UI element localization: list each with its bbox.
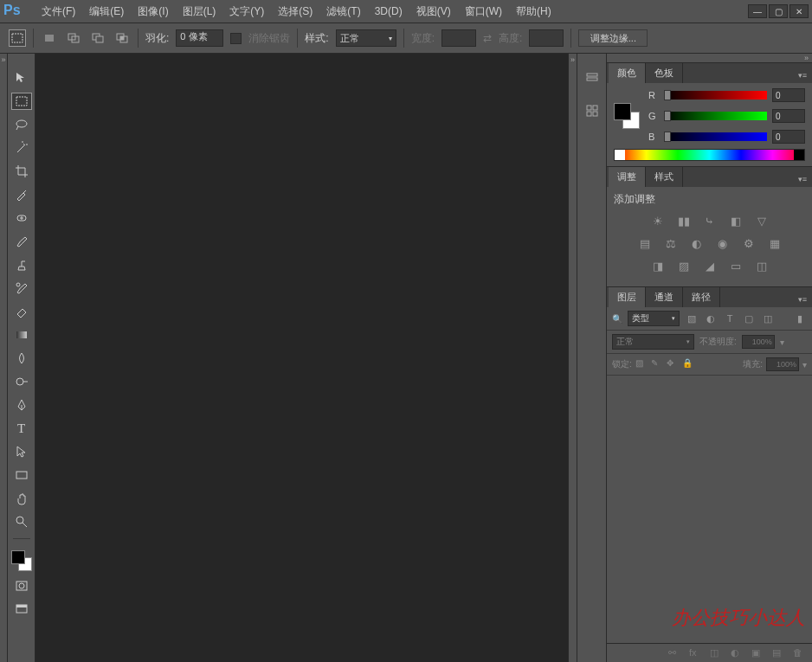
canvas-area[interactable]: [35, 54, 568, 662]
new-group-icon: ▣: [751, 647, 764, 659]
exposure-icon[interactable]: ◧: [728, 214, 744, 228]
intersect-selection-icon[interactable]: [113, 29, 131, 47]
tab-styles[interactable]: 样式: [646, 167, 683, 187]
feather-input[interactable]: 0 像素: [176, 29, 223, 47]
quick-mask-tool[interactable]: [11, 577, 32, 595]
layer-list[interactable]: 办公技巧小达人: [607, 376, 812, 643]
filter-adjust-icon[interactable]: ◐: [704, 312, 718, 325]
eyedropper-tool[interactable]: [11, 186, 32, 203]
posterize-icon[interactable]: ▨: [676, 259, 692, 273]
channel-mixer-icon[interactable]: ⚙: [741, 236, 757, 250]
gradient-tool[interactable]: [11, 326, 32, 344]
menu-help[interactable]: 帮助(H): [509, 2, 558, 22]
history-panel-icon[interactable]: [582, 69, 603, 87]
tab-paths[interactable]: 路径: [683, 287, 720, 307]
hue-sat-icon[interactable]: ▤: [637, 236, 653, 250]
color-panel-swatches[interactable]: [614, 103, 640, 129]
svg-rect-23: [587, 106, 591, 110]
history-brush-tool[interactable]: [11, 280, 32, 297]
blend-mode-select: 正常: [612, 334, 694, 350]
panel-menu-icon[interactable]: ▾≡: [793, 292, 812, 307]
close-button[interactable]: ✕: [789, 4, 809, 18]
tab-adjustments[interactable]: 调整: [609, 167, 646, 187]
tab-layers[interactable]: 图层: [609, 287, 646, 307]
eraser-tool[interactable]: [11, 303, 32, 320]
filter-type-icon[interactable]: T: [723, 312, 737, 325]
color-spectrum[interactable]: [614, 149, 805, 161]
screen-mode-tool[interactable]: [11, 601, 32, 618]
marquee-tool[interactable]: [11, 93, 32, 110]
crop-tool[interactable]: [11, 163, 32, 180]
new-selection-icon[interactable]: [41, 29, 58, 47]
menu-edit[interactable]: 编辑(E): [82, 2, 131, 22]
menu-3d[interactable]: 3D(D): [368, 3, 409, 20]
menu-view[interactable]: 视图(V): [409, 2, 458, 22]
menu-filter[interactable]: 滤镜(T): [319, 2, 367, 22]
filter-toggle-icon[interactable]: ▮: [793, 312, 807, 325]
curves-icon[interactable]: ⤷: [702, 214, 718, 228]
menu-image[interactable]: 图像(I): [131, 2, 175, 22]
brightness-icon[interactable]: ☀: [650, 214, 666, 228]
pen-tool[interactable]: [11, 396, 32, 414]
menu-window[interactable]: 窗口(W): [458, 2, 509, 22]
path-selection-tool[interactable]: [11, 443, 32, 460]
foreground-color[interactable]: [11, 550, 25, 564]
properties-panel-icon[interactable]: [582, 102, 603, 119]
vibrance-icon[interactable]: ▽: [754, 214, 770, 228]
app-logo: Ps: [3, 3, 26, 20]
color-balance-icon[interactable]: ⚖: [663, 236, 679, 250]
r-slider[interactable]: [664, 91, 767, 100]
refine-edge-button[interactable]: 调整边缘...: [578, 29, 648, 47]
invert-icon[interactable]: ◨: [650, 259, 666, 273]
dock-strip-mid[interactable]: [568, 54, 577, 662]
menu-type[interactable]: 文字(Y): [222, 2, 271, 22]
gradient-map-icon[interactable]: ▭: [728, 259, 744, 273]
subtract-selection-icon[interactable]: [89, 29, 106, 47]
bw-icon[interactable]: ◐: [689, 236, 705, 250]
levels-icon[interactable]: ▮▮: [676, 214, 692, 228]
healing-brush-tool[interactable]: [11, 209, 32, 227]
tool-preset-icon[interactable]: [9, 29, 26, 47]
minimize-button[interactable]: —: [748, 4, 767, 18]
zoom-tool[interactable]: [11, 513, 32, 530]
menu-layer[interactable]: 图层(L): [176, 2, 223, 22]
g-slider[interactable]: [664, 112, 767, 120]
maximize-button[interactable]: ▢: [769, 4, 788, 18]
color-swatches[interactable]: [11, 550, 32, 571]
clone-stamp-tool[interactable]: [11, 256, 32, 273]
filter-smart-icon[interactable]: ◫: [761, 312, 775, 325]
layer-kind-filter[interactable]: 类型: [628, 311, 680, 326]
blur-tool[interactable]: [11, 350, 32, 367]
color-lookup-icon[interactable]: ▦: [767, 236, 783, 250]
type-tool[interactable]: T: [11, 420, 32, 437]
dock-strip-right[interactable]: »: [607, 54, 812, 62]
panel-menu-icon[interactable]: ▾≡: [793, 171, 812, 187]
brush-tool[interactable]: [11, 233, 32, 250]
filter-shape-icon[interactable]: ▢: [742, 312, 756, 325]
tab-channels[interactable]: 通道: [646, 287, 683, 307]
g-value[interactable]: 0: [772, 109, 805, 123]
panel-menu-icon[interactable]: ▾≡: [793, 67, 812, 83]
move-tool[interactable]: [11, 69, 32, 87]
tab-swatches[interactable]: 色板: [646, 63, 683, 83]
photo-filter-icon[interactable]: ◉: [715, 236, 731, 250]
opacity-value: 100%: [742, 335, 775, 349]
threshold-icon[interactable]: ◢: [702, 259, 718, 273]
lasso-tool[interactable]: [11, 116, 32, 133]
filter-pixel-icon[interactable]: ▧: [685, 312, 699, 325]
menu-select[interactable]: 选择(S): [271, 2, 319, 22]
svg-rect-15: [16, 472, 27, 479]
menu-file[interactable]: 文件(F): [35, 2, 82, 22]
tab-color[interactable]: 颜色: [609, 63, 646, 83]
dodge-tool[interactable]: [11, 373, 32, 390]
rectangle-tool[interactable]: [11, 466, 32, 484]
style-select[interactable]: 正常: [336, 29, 396, 47]
b-value[interactable]: 0: [772, 130, 805, 144]
selective-color-icon[interactable]: ◫: [754, 259, 770, 273]
r-value[interactable]: 0: [772, 88, 805, 102]
dock-strip-left[interactable]: [0, 54, 8, 662]
add-selection-icon[interactable]: [65, 29, 82, 47]
b-slider[interactable]: [664, 132, 767, 141]
hand-tool[interactable]: [11, 490, 32, 507]
magic-wand-tool[interactable]: [11, 139, 32, 157]
